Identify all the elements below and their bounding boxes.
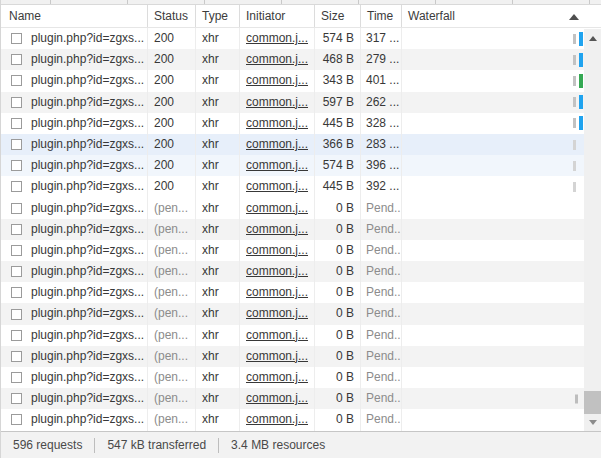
table-row[interactable]: plugin.php?id=zgxs...(pen...xhrcommon.j.… [1,240,584,261]
table-row[interactable]: plugin.php?id=zgxs...200xhrcommon.j...46… [1,49,584,70]
initiator-link[interactable]: common.j... [246,73,308,87]
initiator-link[interactable]: common.j... [246,243,308,257]
table-row[interactable]: plugin.php?id=zgxs...200xhrcommon.j...57… [1,28,584,49]
initiator-link[interactable]: common.j... [246,391,308,405]
initiator-link[interactable]: common.j... [246,95,308,109]
waterfall-cell [401,240,584,261]
column-header-initiator[interactable]: Initiator [239,5,314,27]
request-name: plugin.php?id=zgxs... [31,219,144,240]
request-checkbox[interactable] [11,97,22,108]
request-checkbox[interactable] [11,203,22,214]
table-row[interactable]: plugin.php?id=zgxs...(pen...xhrcommon.j.… [1,261,584,282]
waterfall-stub [573,182,576,192]
initiator-link[interactable]: common.j... [246,222,308,236]
column-header-name[interactable]: Name [1,5,147,27]
sort-ascending-icon[interactable] [569,14,579,20]
request-checkbox[interactable] [11,309,22,320]
initiator-link[interactable]: common.j... [246,328,308,342]
request-checkbox[interactable] [11,266,22,277]
initiator-cell: common.j... [239,70,314,91]
size-cell: 0 B [314,409,360,430]
table-row[interactable]: plugin.php?id=zgxs...200xhrcommon.j...44… [1,176,584,197]
initiator-link[interactable]: common.j... [246,201,308,215]
request-checkbox[interactable] [11,160,22,171]
time-cell: Pend... [360,409,401,430]
initiator-cell: common.j... [239,176,314,197]
request-checkbox[interactable] [11,75,22,86]
column-header-type[interactable]: Type [195,5,239,27]
status-cell: (pen... [147,282,195,303]
initiator-link[interactable]: common.j... [246,306,308,320]
scroll-down-icon[interactable] [589,420,597,425]
request-checkbox[interactable] [11,139,22,150]
status-cell: (pen... [147,325,195,346]
request-checkbox[interactable] [11,245,22,256]
waterfall-cell [401,367,584,388]
table-row[interactable]: plugin.php?id=zgxs...200xhrcommon.j...57… [1,155,584,176]
table-row[interactable]: plugin.php?id=zgxs...(pen...xhrcommon.j.… [1,388,584,409]
table-row[interactable]: plugin.php?id=zgxs...200xhrcommon.j...36… [1,134,584,155]
request-checkbox[interactable] [11,118,22,129]
waterfall-stub [573,76,576,86]
initiator-link[interactable]: common.j... [246,285,308,299]
initiator-link[interactable]: common.j... [246,158,308,172]
initiator-link[interactable]: common.j... [246,52,308,66]
initiator-cell: common.j... [239,28,314,49]
table-row[interactable]: plugin.php?id=zgxs...(pen...xhrcommon.j.… [1,198,584,219]
initiator-cell: common.j... [239,219,314,240]
table-row[interactable]: plugin.php?id=zgxs...(pen...xhrcommon.j.… [1,325,584,346]
table-row[interactable]: plugin.php?id=zgxs...(pen...xhrcommon.j.… [1,367,584,388]
name-cell: plugin.php?id=zgxs... [1,134,147,155]
initiator-link[interactable]: common.j... [246,179,308,193]
initiator-link[interactable]: common.j... [246,412,308,426]
transferred-size: 547 kB transferred [95,438,218,452]
request-checkbox[interactable] [11,393,22,404]
vertical-scrollbar[interactable] [584,29,601,431]
table-row[interactable]: plugin.php?id=zgxs...200xhrcommon.j...44… [1,113,584,134]
size-cell: 343 B [314,70,360,91]
table-row[interactable]: plugin.php?id=zgxs...(pen...xhrcommon.j.… [1,219,584,240]
table-row[interactable]: plugin.php?id=zgxs...(pen...xhrcommon.j.… [1,346,584,367]
type-cell: xhr [195,346,239,367]
initiator-link[interactable]: common.j... [246,137,308,151]
request-checkbox[interactable] [11,372,22,383]
column-header-size[interactable]: Size [314,5,360,27]
initiator-link[interactable]: common.j... [246,349,308,363]
request-checkbox[interactable] [11,330,22,341]
status-cell: 200 [147,70,195,91]
size-cell: 0 B [314,367,360,388]
size-cell: 0 B [314,325,360,346]
table-row[interactable]: plugin.php?id=zgxs...200xhrcommon.j...59… [1,92,584,113]
size-cell: 0 B [314,303,360,324]
status-cell: 200 [147,92,195,113]
waterfall-bar [579,116,583,130]
request-name: plugin.php?id=zgxs... [31,92,144,113]
initiator-link[interactable]: common.j... [246,31,308,45]
request-checkbox[interactable] [11,33,22,44]
column-header-time[interactable]: Time [360,5,401,27]
request-checkbox[interactable] [11,351,22,362]
initiator-link[interactable]: common.j... [246,264,308,278]
request-checkbox[interactable] [11,414,22,425]
waterfall-cell [401,388,584,409]
scroll-up-icon[interactable] [589,36,597,41]
request-checkbox[interactable] [11,54,22,65]
waterfall-bar [579,32,583,46]
column-header-status[interactable]: Status [147,5,195,27]
request-name: plugin.php?id=zgxs... [31,49,144,70]
request-checkbox[interactable] [11,181,22,192]
type-cell: xhr [195,388,239,409]
time-cell: Pend... [360,240,401,261]
request-checkbox[interactable] [11,224,22,235]
initiator-link[interactable]: common.j... [246,370,308,384]
type-cell: xhr [195,219,239,240]
table-row[interactable]: plugin.php?id=zgxs...(pen...xhrcommon.j.… [1,409,584,430]
table-row[interactable]: plugin.php?id=zgxs...(pen...xhrcommon.j.… [1,303,584,324]
request-checkbox[interactable] [11,287,22,298]
scrollbar-thumb[interactable] [584,391,601,414]
initiator-link[interactable]: common.j... [246,116,308,130]
table-row[interactable]: plugin.php?id=zgxs...200xhrcommon.j...34… [1,70,584,91]
table-row[interactable]: plugin.php?id=zgxs...(pen...xhrcommon.j.… [1,282,584,303]
type-cell: xhr [195,176,239,197]
size-cell: 0 B [314,240,360,261]
